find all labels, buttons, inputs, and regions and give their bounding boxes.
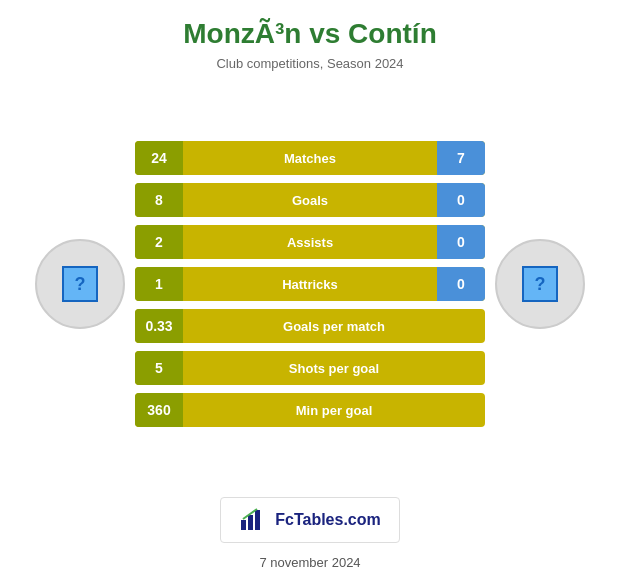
stat-right-value: 0 (437, 183, 485, 217)
stat-row: 5Shots per goal (135, 351, 485, 385)
stat-left-value: 1 (135, 267, 183, 301)
stats-section: ? 24Matches78Goals02Assists01Hattricks00… (0, 89, 620, 479)
stat-label: Shots per goal (183, 361, 485, 376)
svg-rect-0 (241, 520, 246, 530)
match-title: MonzÃ³n vs Contín (183, 18, 437, 50)
stat-row: 8Goals0 (135, 183, 485, 217)
stat-row: 0.33Goals per match (135, 309, 485, 343)
stat-left-value: 360 (135, 393, 183, 427)
stat-right-value: 7 (437, 141, 485, 175)
stat-row: 1Hattricks0 (135, 267, 485, 301)
stat-label: Min per goal (183, 403, 485, 418)
team-left-placeholder: ? (62, 266, 98, 302)
stat-left-value: 8 (135, 183, 183, 217)
stat-right-value: 0 (437, 267, 485, 301)
stat-label: Goals (183, 193, 437, 208)
stat-row: 24Matches7 (135, 141, 485, 175)
stat-left-value: 0.33 (135, 309, 183, 343)
stat-left-value: 24 (135, 141, 183, 175)
stat-left-value: 5 (135, 351, 183, 385)
stat-row: 360Min per goal (135, 393, 485, 427)
stat-row: 2Assists0 (135, 225, 485, 259)
page-container: MonzÃ³n vs Contín Club competitions, Sea… (0, 0, 620, 580)
stat-label: Matches (183, 151, 437, 166)
fctables-logo[interactable]: FcTables.com (220, 497, 400, 543)
match-subtitle: Club competitions, Season 2024 (216, 56, 403, 71)
svg-rect-1 (248, 515, 253, 530)
fctables-label: FcTables.com (275, 511, 381, 529)
team-right-placeholder: ? (522, 266, 558, 302)
stats-table: 24Matches78Goals02Assists01Hattricks00.3… (135, 141, 485, 427)
footer-date: 7 november 2024 (259, 555, 360, 570)
team-right-logo: ? (495, 239, 585, 329)
team-left-logo: ? (35, 239, 125, 329)
stat-label: Hattricks (183, 277, 437, 292)
stat-label: Assists (183, 235, 437, 250)
stat-right-value: 0 (437, 225, 485, 259)
fctables-icon (239, 506, 267, 534)
stat-left-value: 2 (135, 225, 183, 259)
svg-rect-2 (255, 510, 260, 530)
stat-label: Goals per match (183, 319, 485, 334)
